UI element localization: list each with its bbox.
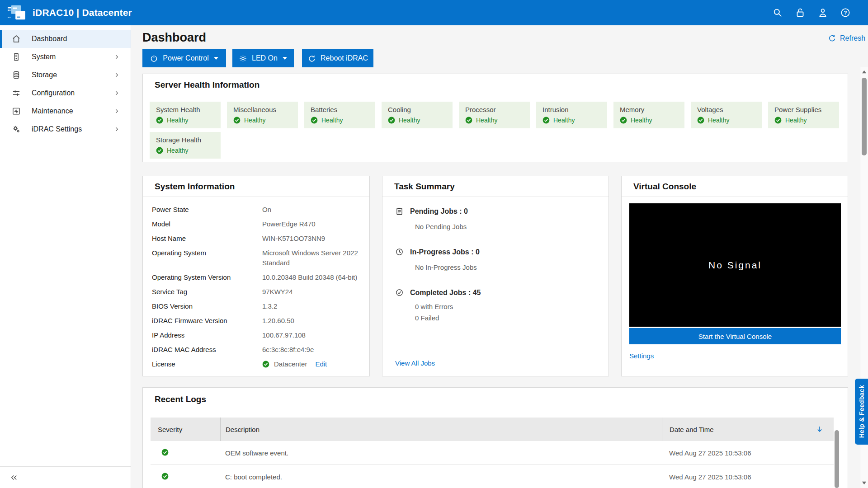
- power-control-label: Power Control: [163, 54, 208, 62]
- check-circle-icon: [233, 117, 241, 124]
- clipboard-icon: [395, 207, 404, 216]
- sidebar-item-configuration[interactable]: Configuration: [0, 84, 131, 102]
- collapse-sidebar-icon[interactable]: [10, 474, 18, 482]
- sidebar-item-label: Dashboard: [32, 35, 67, 43]
- column-header-severity[interactable]: Severity: [151, 426, 220, 433]
- license-edit-link[interactable]: Edit: [315, 359, 327, 369]
- search-icon[interactable]: [772, 7, 783, 18]
- health-tiles: System Health Healthy Miscellaneous Heal…: [143, 96, 848, 164]
- log-datetime: Wed Aug 27 2025 10:53:06: [662, 473, 834, 481]
- log-row[interactable]: OEM software event. Wed Aug 27 2025 10:5…: [151, 441, 834, 465]
- check-circle-icon: [697, 117, 704, 124]
- refresh-button[interactable]: Refresh: [828, 34, 865, 42]
- health-tile-storage-health[interactable]: Storage Health Healthy: [150, 132, 221, 159]
- server-health-title: Server Health Information: [143, 74, 848, 96]
- info-row: Operating SystemMicrosoft Windows Server…: [152, 248, 360, 268]
- health-tile-batteries[interactable]: Batteries Healthy: [304, 102, 375, 128]
- log-datetime: Wed Aug 27 2025 10:53:06: [662, 449, 834, 457]
- info-row: iDRAC Firmware Version1.20.60.50: [152, 316, 360, 326]
- info-row: Host NameWIN-K571OO73NN9: [152, 234, 360, 244]
- app-title: iDRAC10 | Datacenter: [33, 7, 132, 18]
- led-button[interactable]: LED On: [232, 49, 294, 67]
- sidebar-item-idrac-settings[interactable]: iDRAC Settings: [0, 120, 131, 138]
- check-circle-icon: [388, 117, 395, 124]
- check-circle-icon: [542, 117, 550, 124]
- chevron-right-icon: [113, 54, 120, 60]
- home-icon: [12, 34, 21, 43]
- no-pending-jobs-text: No Pending Jobs: [415, 223, 596, 230]
- sidebar-item-system[interactable]: System: [0, 48, 131, 66]
- check-circle-outline-icon: [395, 288, 404, 297]
- svg-text:?: ?: [844, 10, 847, 15]
- info-row: IP Address100.67.97.108: [152, 330, 360, 340]
- log-description: C: boot completed.: [220, 473, 662, 481]
- in-progress-jobs-row: In-Progress Jobs : 0: [395, 248, 596, 256]
- chevron-right-icon: [113, 108, 120, 114]
- log-row[interactable]: C: boot completed. Wed Aug 27 2025 10:53…: [151, 465, 834, 488]
- info-row: Power StateOn: [152, 205, 360, 215]
- page-scrollbar-thumb[interactable]: [862, 78, 867, 155]
- sidebar-item-maintenance[interactable]: Maintenance: [0, 102, 131, 120]
- sidebar-footer: [0, 466, 131, 488]
- health-tile-miscellaneous[interactable]: Miscellaneous Healthy: [227, 102, 298, 128]
- health-tile-intrusion[interactable]: Intrusion Healthy: [536, 102, 607, 128]
- scroll-down-arrow-icon[interactable]: [862, 480, 867, 485]
- check-circle-icon: [156, 147, 163, 154]
- info-row: iDRAC MAC Address6c:3c:8c:8f:e4:9e: [152, 345, 360, 355]
- system-information-title: System Information: [143, 176, 369, 197]
- info-row: Service Tag97KWY24: [152, 287, 360, 297]
- health-tile-power-supplies[interactable]: Power Supplies Healthy: [768, 102, 839, 128]
- start-virtual-console-button[interactable]: Start the Virtual Console: [629, 328, 841, 344]
- help-feedback-label: Help & Feedback: [858, 385, 865, 438]
- virtual-console-screen: No Signal: [629, 203, 841, 327]
- sidebar-item-label: iDRAC Settings: [32, 125, 82, 133]
- recent-logs-table: Severity Description Date and Time OEM s…: [151, 418, 834, 488]
- task-summary-card: Task Summary Pending Jobs : 0 No Pending…: [382, 176, 609, 376]
- led-brightness-icon: [239, 54, 247, 63]
- pending-jobs-row: Pending Jobs : 0: [395, 207, 596, 216]
- reboot-idrac-button[interactable]: Reboot iDRAC: [302, 49, 373, 67]
- no-signal-text: No Signal: [708, 260, 762, 271]
- column-header-description[interactable]: Description: [220, 418, 662, 441]
- view-all-jobs-link[interactable]: View All Jobs: [395, 359, 435, 367]
- sidebar-item-dashboard[interactable]: Dashboard: [0, 30, 131, 48]
- user-icon[interactable]: [817, 7, 828, 18]
- chevron-right-icon: [113, 126, 120, 132]
- health-tile-cooling[interactable]: Cooling Healthy: [382, 102, 453, 128]
- health-tile-voltages[interactable]: Voltages Healthy: [691, 102, 762, 128]
- dropdown-caret-icon: [282, 56, 288, 60]
- info-row: BIOS Version1.3.2: [152, 301, 360, 311]
- help-icon[interactable]: ?: [840, 7, 851, 18]
- column-header-date[interactable]: Date and Time: [662, 418, 834, 441]
- dropdown-caret-icon: [213, 56, 219, 60]
- sort-descending-icon[interactable]: [816, 425, 824, 433]
- pulse-chart-icon: [12, 107, 21, 116]
- logs-scrollbar-thumb[interactable]: [835, 430, 839, 488]
- completed-errors-text: 0 with Errors: [415, 303, 596, 310]
- health-tile-system-health[interactable]: System Health Healthy: [150, 102, 221, 128]
- no-in-progress-jobs-text: No In-Progress Jobs: [415, 263, 596, 271]
- severity-ok-icon: [161, 473, 169, 480]
- sidebar-item-label: Maintenance: [32, 107, 73, 115]
- log-description: OEM software event.: [220, 449, 662, 457]
- completed-jobs-row: Completed Jobs : 45: [395, 288, 596, 297]
- task-summary-title: Task Summary: [382, 176, 609, 197]
- power-control-button[interactable]: Power Control: [142, 49, 226, 67]
- led-label: LED On: [252, 54, 278, 62]
- license-value: Datacenter: [274, 359, 307, 369]
- scroll-up-arrow-icon[interactable]: [862, 70, 867, 75]
- check-circle-icon: [156, 117, 163, 124]
- health-tile-memory[interactable]: Memory Healthy: [613, 102, 684, 128]
- check-circle-icon: [311, 117, 318, 124]
- check-circle-icon: [774, 117, 782, 124]
- info-row: Operating System Version10.0.20348 Build…: [152, 272, 360, 282]
- reboot-label: Reboot iDRAC: [321, 54, 368, 62]
- sidebar-item-storage[interactable]: Storage: [0, 66, 131, 84]
- server-tower-icon: [12, 52, 21, 61]
- reboot-icon: [307, 54, 316, 63]
- health-tile-processor[interactable]: Processor Healthy: [459, 102, 530, 128]
- power-icon: [150, 54, 158, 63]
- lock-icon[interactable]: [795, 7, 806, 18]
- help-feedback-tab[interactable]: Help & Feedback: [855, 379, 868, 445]
- virtual-console-settings-link[interactable]: Settings: [629, 352, 654, 360]
